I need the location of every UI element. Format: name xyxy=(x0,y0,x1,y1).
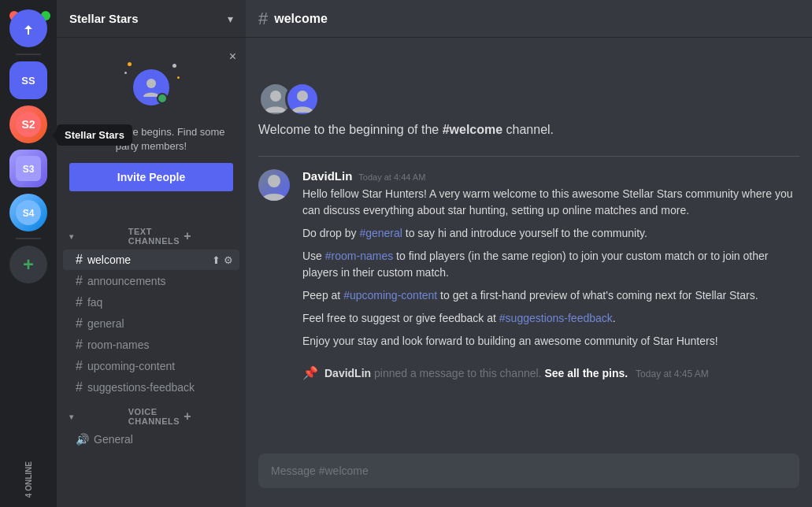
server-divider xyxy=(16,54,41,55)
general-link[interactable]: #general xyxy=(359,227,402,239)
channel-header: # welcome xyxy=(246,0,812,38)
room-names-link[interactable]: #room-names xyxy=(325,250,393,262)
channel-item-upcoming-content[interactable]: # upcoming-content xyxy=(63,356,239,376)
pin-text: DavidLin pinned a message to this channe… xyxy=(324,367,709,379)
message-group: DavidLin Today at 4:44 AM Hello fellow S… xyxy=(258,169,799,350)
channel-hash-icon: # xyxy=(76,253,83,267)
invite-icon[interactable]: ⬆ xyxy=(212,254,221,266)
message-timestamp: Today at 4:44 AM xyxy=(358,172,425,182)
invite-people-button[interactable]: Invite People xyxy=(69,163,233,191)
voice-channel-general[interactable]: 🔊 General xyxy=(63,430,239,449)
upcoming-content-link[interactable]: #upcoming-content xyxy=(343,289,437,302)
home-icon[interactable] xyxy=(9,9,47,47)
server-dropdown-icon: ▾ xyxy=(228,13,233,25)
suggestions-link[interactable]: #suggestions-feedback xyxy=(499,312,613,324)
message-input-placeholder: Message #welcome xyxy=(271,464,369,477)
message-author: DavidLin xyxy=(302,169,352,183)
svg-text:S4: S4 xyxy=(23,208,35,219)
message-input-box[interactable]: Message #welcome xyxy=(258,453,799,488)
server-icon-3[interactable]: S3 xyxy=(9,150,47,187)
channel-hash-icon: # xyxy=(76,338,83,352)
channel-hash-icon: # xyxy=(76,316,83,331)
server-icon-stellar-stars[interactable]: SS xyxy=(9,61,47,99)
voice-section-chevron-icon: ▾ xyxy=(69,413,125,421)
svg-point-7 xyxy=(270,91,281,102)
svg-point-9 xyxy=(268,175,280,187)
pin-notification: 📌 DavidLin pinned a message to this chan… xyxy=(258,362,799,393)
voice-icon: 🔊 xyxy=(76,433,89,446)
channels-list: ▾ TEXT CHANNELS + # welcome ⬆ ⚙ # announ… xyxy=(57,211,246,507)
online-count: 4 ONLINE xyxy=(24,458,33,498)
see-all-pins-link[interactable]: See all the pins. xyxy=(544,367,628,379)
svg-point-8 xyxy=(297,91,308,102)
channel-welcome-text: Welcome to the beginning of the #welcome… xyxy=(258,123,799,137)
channel-item-room-names[interactable]: # room-names xyxy=(63,335,239,355)
settings-icon[interactable]: ⚙ xyxy=(224,254,233,266)
add-channel-button[interactable]: + xyxy=(184,229,239,243)
pin-author: DavidLin xyxy=(324,367,371,379)
voice-channels-header[interactable]: ▾ VOICE CHANNELS + xyxy=(57,404,246,429)
invite-popup-text: An adventure begins. Find some party mem… xyxy=(69,125,233,154)
messages-area[interactable]: Welcome to the beginning of the #welcome… xyxy=(246,38,812,453)
server-name: Stellar Stars xyxy=(69,12,228,25)
server-icon-2[interactable]: S2 xyxy=(9,105,47,143)
message-para-6: Enjoy your stay and look forward to buil… xyxy=(302,333,799,350)
pin-timestamp: Today at 4:45 AM xyxy=(636,368,709,379)
channel-welcome-avatars xyxy=(258,50,799,123)
channel-sidebar: Stellar Stars ▾ × An adventure beg xyxy=(57,0,246,507)
message-para-4: Peep at #upcoming-content to get a first… xyxy=(302,287,799,304)
server-header[interactable]: Stellar Stars ▾ xyxy=(57,0,246,38)
channel-item-welcome[interactable]: # welcome ⬆ ⚙ xyxy=(63,250,239,270)
message-input-area: Message #welcome xyxy=(246,453,812,507)
channel-header-name: welcome xyxy=(274,12,328,26)
server-icon-4[interactable]: S4 xyxy=(9,194,47,231)
voice-channels-section: ▾ VOICE CHANNELS + 🔊 General xyxy=(57,404,246,449)
add-voice-channel-button[interactable]: + xyxy=(184,409,239,424)
server-divider-2 xyxy=(16,238,41,239)
message-header: DavidLin Today at 4:44 AM xyxy=(302,169,799,183)
server-sidebar: SS S2 S3 S4 + 4 ONLINE xyxy=(0,0,57,507)
message-divider xyxy=(258,156,799,157)
welcome-avatar-2 xyxy=(285,82,320,117)
message-para-2: Do drop by #general to say hi and introd… xyxy=(302,225,799,242)
channel-item-faq[interactable]: # faq xyxy=(63,292,239,313)
message-para-5: Feel free to suggest or give feedback at… xyxy=(302,310,799,327)
invite-popup-close[interactable]: × xyxy=(229,50,236,64)
dot-3 xyxy=(172,64,176,68)
channel-hash-icon: # xyxy=(76,359,83,373)
invite-popup: × An adventure begins. Find some party m… xyxy=(57,43,246,204)
channel-hash-icon: # xyxy=(76,295,83,309)
channel-header-hash-icon: # xyxy=(258,9,268,29)
message-para-3: Use #room-names to find players (in the … xyxy=(302,248,799,281)
message-body: Hello fellow Star Hunters! A very warm w… xyxy=(302,186,799,350)
online-indicator xyxy=(157,93,168,104)
channel-item-general[interactable]: # general xyxy=(63,313,239,334)
channel-item-announcements[interactable]: # announcements xyxy=(63,271,239,291)
svg-point-6 xyxy=(146,79,156,88)
channel-item-suggestions-feedback[interactable]: # suggestions-feedback xyxy=(63,377,239,398)
dot-4 xyxy=(177,76,180,79)
add-server-button[interactable]: + xyxy=(9,246,47,283)
svg-text:S2: S2 xyxy=(21,118,35,131)
message-content: DavidLin Today at 4:44 AM Hello fellow S… xyxy=(302,169,799,350)
message-avatar xyxy=(258,169,290,201)
channel-hash-icon: # xyxy=(76,274,83,288)
text-channels-header[interactable]: ▾ TEXT CHANNELS + xyxy=(57,224,246,249)
channel-actions: ⬆ ⚙ xyxy=(212,254,233,266)
invite-animation xyxy=(120,56,183,119)
channel-hash-icon: # xyxy=(76,380,83,394)
section-chevron-icon: ▾ xyxy=(69,232,125,241)
dot-1 xyxy=(128,62,132,66)
pin-icon: 📌 xyxy=(302,365,318,380)
dot-2 xyxy=(124,72,127,74)
text-channels-section: ▾ TEXT CHANNELS + # welcome ⬆ ⚙ # announ… xyxy=(57,224,246,398)
invite-avatar xyxy=(131,67,172,108)
message-para-1: Hello fellow Star Hunters! A very warm w… xyxy=(302,186,799,219)
main-content: # welcome Welcome to the beginning of th… xyxy=(246,0,812,507)
svg-text:S3: S3 xyxy=(23,164,35,175)
